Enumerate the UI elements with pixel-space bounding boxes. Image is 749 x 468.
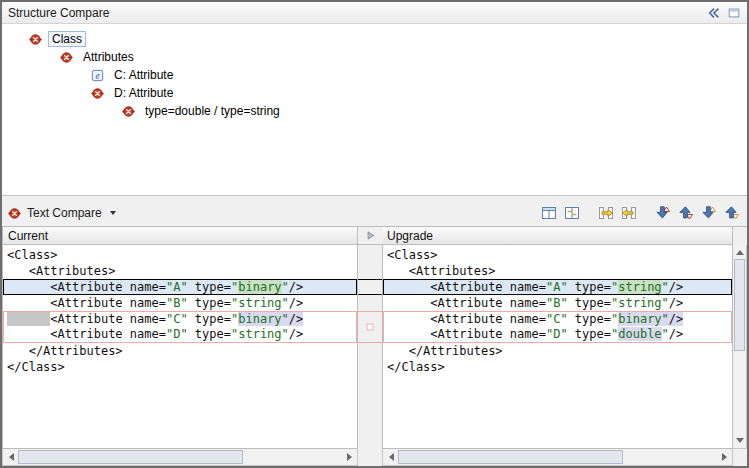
code-segment: binary: [238, 280, 281, 294]
code-segment: ": [662, 327, 669, 341]
code-line[interactable]: <Attribute name="C" type="binary"/>: [3, 311, 357, 327]
right-pane[interactable]: <Class> <Attributes> <Attribute name="A"…: [382, 245, 733, 449]
text-compare-title: Text Compare: [27, 206, 102, 220]
next-change-button[interactable]: [698, 203, 719, 223]
code-segment: </Class>: [7, 360, 65, 374]
left-scroll-left-button[interactable]: [3, 449, 18, 465]
tree-item-label: Class: [48, 31, 86, 47]
code-segment: <Attribute name=: [387, 327, 546, 341]
arrow-left-icon: [385, 453, 394, 461]
left-horizontal-scrollbar[interactable]: [2, 449, 358, 466]
right-scroll-left-button[interactable]: [383, 449, 398, 465]
compare-toolbar: [538, 203, 742, 223]
code-line[interactable]: <Attribute name="D" type="string"/>: [3, 327, 357, 343]
left-horizontal-thumb[interactable]: [18, 450, 243, 464]
code-segment: "A": [166, 280, 188, 294]
copy-all-right-to-left-button[interactable]: [618, 203, 639, 223]
tree-item[interactable]: D: Attribute: [2, 84, 747, 102]
left-horizontal-track[interactable]: [18, 449, 342, 465]
copy-all-left-to-right-button[interactable]: [595, 203, 616, 223]
code-segment: <Class>: [387, 248, 438, 262]
code-line[interactable]: <Attributes>: [383, 263, 732, 279]
arrow-up-icon: [736, 246, 744, 255]
code-segment: "D": [546, 327, 568, 341]
code-segment: />: [289, 327, 303, 341]
tree-item-label: C: Attribute: [110, 67, 177, 83]
tree-item[interactable]: Attributes: [2, 48, 747, 66]
code-segment: "B": [166, 296, 188, 310]
code-segment: />: [669, 280, 683, 294]
right-horizontal-scrollbar[interactable]: [382, 449, 733, 466]
conflict-icon: [28, 32, 43, 47]
code-line[interactable]: <Attribute name="C" type="binary"/>: [383, 311, 732, 327]
diff-connector-change: [358, 311, 382, 343]
code-segment: type=: [188, 296, 231, 310]
viewer-menu-caret-icon[interactable]: [110, 211, 116, 215]
code-segment: <Class>: [7, 248, 58, 262]
arrow-right-icon: [722, 453, 731, 461]
diff-connector-selected: [358, 279, 382, 295]
scroll-up-button[interactable]: [733, 245, 746, 259]
vertical-scroll-thumb[interactable]: [734, 259, 745, 351]
vertical-scroll-track[interactable]: [733, 259, 746, 434]
right-pane-title: Upgrade: [387, 229, 433, 243]
next-difference-button[interactable]: [652, 203, 673, 223]
two-pane-layout-button[interactable]: [538, 203, 559, 223]
code-segment: [7, 312, 50, 326]
swap-panes-button[interactable]: [561, 203, 582, 223]
code-segment: />: [289, 280, 303, 294]
code-segment: "B": [546, 296, 568, 310]
code-segment: string: [618, 280, 661, 294]
arrow-left-icon: [5, 453, 14, 461]
code-line[interactable]: <Attribute name="B" type="string"/>: [3, 295, 357, 311]
left-scroll-right-button[interactable]: [342, 449, 357, 465]
code-segment: "C": [546, 312, 568, 326]
code-segment: "string": [231, 296, 289, 310]
tree-item[interactable]: type=double / type=string: [2, 102, 747, 120]
tree-item-label: Attributes: [79, 49, 138, 65]
code-line[interactable]: </Class>: [383, 359, 732, 375]
svg-text:e: e: [95, 70, 99, 80]
code-segment: <Attribute name=: [387, 312, 546, 326]
structure-tree: ClassAttributeseC: AttributeD: Attribute…: [2, 24, 747, 196]
right-horizontal-thumb[interactable]: [398, 450, 623, 464]
maximize-panel-icon[interactable]: [727, 6, 741, 20]
diff-direction-icon: [364, 229, 377, 242]
arrow-down-icon: [736, 438, 744, 447]
arrow-right-icon: [347, 453, 356, 461]
code-line[interactable]: <Class>: [383, 247, 732, 263]
diff-handle[interactable]: [367, 324, 374, 331]
right-pane-header: Upgrade: [382, 226, 733, 245]
left-pane[interactable]: <Class> <Attributes> <Attribute name="A"…: [2, 245, 358, 449]
element-icon: e: [90, 68, 105, 83]
left-pane-header: Current: [2, 226, 358, 245]
code-line[interactable]: </Class>: [3, 359, 357, 375]
code-segment: </Attributes>: [7, 344, 123, 358]
code-line[interactable]: </Attributes>: [3, 343, 357, 359]
code-segment: <Attribute name=: [50, 312, 166, 326]
tree-item[interactable]: Class: [2, 30, 747, 48]
code-segment: />: [669, 296, 683, 310]
right-vertical-scrollbar[interactable]: [733, 245, 747, 449]
code-line[interactable]: <Attribute name="A" type="binary"/>: [3, 279, 357, 295]
horizontal-scrollbars: [2, 449, 747, 466]
collapse-all-icon[interactable]: [707, 6, 721, 20]
code-line[interactable]: <Class>: [3, 247, 357, 263]
previous-difference-button[interactable]: [675, 203, 696, 223]
code-line[interactable]: <Attribute name="D" type="double"/>: [383, 327, 732, 343]
code-segment: ": [282, 280, 289, 294]
code-segment: ": [662, 280, 669, 294]
code-line[interactable]: <Attributes>: [3, 263, 357, 279]
tree-item[interactable]: eC: Attribute: [2, 66, 747, 84]
scroll-down-button[interactable]: [733, 434, 746, 448]
previous-change-button[interactable]: [721, 203, 742, 223]
code-segment: binary": [238, 312, 289, 326]
code-segment: type=: [568, 327, 611, 341]
right-scroll-right-button[interactable]: [717, 449, 732, 465]
code-line[interactable]: <Attribute name="B" type="string"/>: [383, 295, 732, 311]
code-line[interactable]: </Attributes>: [383, 343, 732, 359]
code-line[interactable]: <Attribute name="A" type="string"/>: [383, 279, 732, 295]
right-horizontal-track[interactable]: [398, 449, 717, 465]
code-segment: "A": [546, 280, 568, 294]
code-segment: </Attributes>: [387, 344, 503, 358]
